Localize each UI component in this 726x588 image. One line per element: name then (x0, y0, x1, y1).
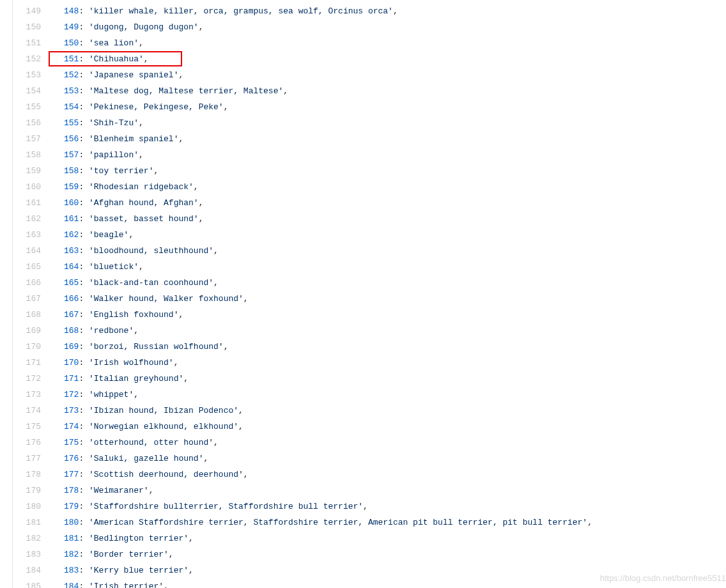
line-number: 173 (13, 387, 41, 403)
code-line[interactable]: 153: 'Maltese dog, Maltese terrier, Malt… (64, 83, 726, 99)
code-line[interactable]: 157: 'papillon', (64, 147, 726, 163)
line-number: 157 (13, 131, 41, 147)
code-line[interactable]: 167: 'English foxhound', (64, 307, 726, 323)
line-number: 161 (13, 195, 41, 211)
code-line[interactable]: 178: 'Weimaraner', (64, 483, 726, 499)
code-line[interactable]: 159: 'Rhodesian ridgeback', (64, 179, 726, 195)
line-number: 178 (13, 467, 41, 483)
code-line[interactable]: 156: 'Blenheim spaniel', (64, 131, 726, 147)
code-line[interactable]: 175: 'otterhound, otter hound', (64, 435, 726, 451)
line-number: 149 (13, 3, 41, 19)
line-number: 180 (13, 499, 41, 514)
code-line[interactable]: 168: 'redbone', (64, 323, 726, 339)
line-number: 168 (13, 307, 41, 323)
code-line[interactable]: 151: 'Chihuahua', (64, 51, 726, 67)
line-number: 164 (13, 243, 41, 259)
code-line[interactable]: 165: 'black-and-tan coonhound', (64, 275, 726, 291)
left-margin-stripe (0, 0, 13, 588)
line-number: 165 (13, 259, 41, 275)
line-number: 156 (13, 115, 41, 131)
line-number: 175 (13, 419, 41, 435)
code-line[interactable]: 155: 'Shih-Tzu', (64, 115, 726, 131)
line-number: 176 (13, 435, 41, 451)
line-number: 154 (13, 83, 41, 99)
code-line[interactable]: 176: 'Saluki, gazelle hound', (64, 451, 726, 467)
code-line[interactable]: 171: 'Italian greyhound', (64, 371, 726, 387)
line-number: 183 (13, 546, 41, 562)
code-line[interactable]: 170: 'Irish wolfhound', (64, 355, 726, 371)
line-number: 151 (13, 35, 41, 51)
code-line[interactable]: 172: 'whippet', (64, 387, 726, 403)
line-number: 169 (13, 323, 41, 339)
code-line[interactable]: 182: 'Border terrier', (64, 546, 726, 562)
line-number: 152 (13, 51, 41, 67)
line-number: 181 (13, 514, 41, 530)
watermark-text: https://blog.csdn.net/bornfree5511 (600, 573, 726, 583)
code-line[interactable]: 162: 'beagle', (64, 227, 726, 243)
code-line[interactable]: 150: 'sea lion', (64, 35, 726, 51)
line-number: 155 (13, 99, 41, 115)
line-number: 172 (13, 371, 41, 387)
code-line[interactable]: 149: 'dugong, Dugong dugon', (64, 19, 726, 35)
line-number: 163 (13, 227, 41, 243)
line-number: 182 (13, 530, 41, 546)
code-line[interactable]: 154: 'Pekinese, Pekingese, Peke', (64, 99, 726, 115)
line-number: 158 (13, 147, 41, 163)
code-line[interactable]: 158: 'toy terrier', (64, 163, 726, 179)
line-number: 167 (13, 291, 41, 307)
code-line[interactable]: 161: 'basset, basset hound', (64, 211, 726, 227)
code-line[interactable]: 169: 'borzoi, Russian wolfhound', (64, 339, 726, 355)
line-number: 160 (13, 179, 41, 195)
code-line[interactable]: 177: 'Scottish deerhound, deerhound', (64, 467, 726, 483)
code-line[interactable]: 173: 'Ibizan hound, Ibizan Podenco', (64, 403, 726, 419)
line-number: 153 (13, 67, 41, 83)
code-line[interactable]: 174: 'Norwegian elkhound, elkhound', (64, 419, 726, 435)
line-number: 179 (13, 483, 41, 499)
code-line[interactable]: 160: 'Afghan hound, Afghan', (64, 195, 726, 211)
line-number: 174 (13, 403, 41, 419)
code-line[interactable]: 180: 'American Staffordshire terrier, St… (64, 514, 726, 530)
line-number: 162 (13, 211, 41, 227)
code-line[interactable]: 179: 'Staffordshire bullterrier, Staffor… (64, 499, 726, 514)
line-number: 170 (13, 339, 41, 355)
line-number: 184 (13, 562, 41, 578)
line-number: 171 (13, 355, 41, 371)
code-line[interactable]: 148: 'killer whale, killer, orca, grampu… (64, 3, 726, 19)
line-number: 177 (13, 451, 41, 467)
code-line[interactable]: 152: 'Japanese spaniel', (64, 67, 726, 83)
code-content[interactable]: 148: 'killer whale, killer, orca, grampu… (49, 0, 726, 588)
line-number: 166 (13, 275, 41, 291)
code-line[interactable]: 163: 'bloodhound, sleuthhound', (64, 243, 726, 259)
code-line[interactable]: 164: 'bluetick', (64, 259, 726, 275)
code-view: 1491501511521531541551561571581591601611… (0, 0, 726, 588)
code-line[interactable]: 166: 'Walker hound, Walker foxhound', (64, 291, 726, 307)
line-number: 185 (13, 578, 41, 588)
line-number-gutter: 1491501511521531541551561571581591601611… (13, 0, 49, 588)
line-number: 150 (13, 19, 41, 35)
code-line[interactable]: 181: 'Bedlington terrier', (64, 530, 726, 546)
line-number: 159 (13, 163, 41, 179)
